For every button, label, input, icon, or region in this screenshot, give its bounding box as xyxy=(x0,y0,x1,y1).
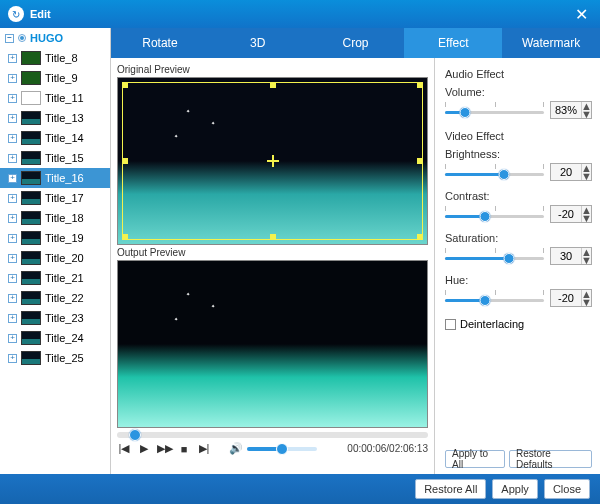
restore-defaults-button[interactable]: Restore Defaults xyxy=(509,450,592,468)
tree-item[interactable]: +Title_18 xyxy=(0,208,110,228)
bird-icon: ✦ xyxy=(211,303,215,309)
tree-item[interactable]: +Title_17 xyxy=(0,188,110,208)
volume-icon[interactable]: 🔊 xyxy=(229,442,243,455)
tab-rotate[interactable]: Rotate xyxy=(111,28,209,58)
apply-to-all-button[interactable]: Apply to All xyxy=(445,450,505,468)
spin-down-icon[interactable]: ▼ xyxy=(582,214,591,222)
bird-icon: ✦ xyxy=(174,133,178,139)
volume-thumb[interactable] xyxy=(276,443,288,455)
tree-item[interactable]: +Title_11 xyxy=(0,88,110,108)
expand-icon[interactable]: + xyxy=(8,154,17,163)
deinterlacing-checkbox[interactable]: Deinterlacing xyxy=(445,318,592,330)
tab-crop[interactable]: Crop xyxy=(307,28,405,58)
audio-effect-heading: Audio Effect xyxy=(445,68,592,80)
progress-bar[interactable] xyxy=(117,432,428,438)
crop-handle[interactable] xyxy=(417,158,423,164)
thumbnail-icon xyxy=(21,291,41,305)
volume-slider[interactable] xyxy=(247,447,317,451)
bird-icon: ✦ xyxy=(186,291,190,297)
close-icon[interactable]: ✕ xyxy=(571,5,592,24)
thumbnail-icon xyxy=(21,311,41,325)
saturation-slider[interactable] xyxy=(445,246,544,266)
expand-icon[interactable]: + xyxy=(8,94,17,103)
tab-3d[interactable]: 3D xyxy=(209,28,307,58)
expand-icon[interactable]: + xyxy=(8,214,17,223)
tree-item-label: Title_17 xyxy=(45,192,84,204)
thumbnail-icon xyxy=(21,151,41,165)
time-display: 00:00:06/02:06:13 xyxy=(347,443,428,454)
crop-handle[interactable] xyxy=(122,234,128,240)
close-button[interactable]: Close xyxy=(544,479,590,499)
crop-handle[interactable] xyxy=(417,82,423,88)
tree-root[interactable]: − HUGO xyxy=(0,28,110,48)
expand-icon[interactable]: + xyxy=(8,274,17,283)
tree-item[interactable]: +Title_19 xyxy=(0,228,110,248)
thumbnail-icon xyxy=(21,231,41,245)
crop-handle[interactable] xyxy=(270,82,276,88)
tree-item[interactable]: +Title_9 xyxy=(0,68,110,88)
expand-icon[interactable]: + xyxy=(8,174,17,183)
expand-icon[interactable]: + xyxy=(8,194,17,203)
tree-item-label: Title_19 xyxy=(45,232,84,244)
crop-center-icon[interactable] xyxy=(267,155,279,167)
thumbnail-icon xyxy=(21,331,41,345)
volume-effect-slider[interactable] xyxy=(445,100,544,120)
tree-item[interactable]: +Title_16 xyxy=(0,168,110,188)
spin-down-icon[interactable]: ▼ xyxy=(582,110,591,118)
restore-all-button[interactable]: Restore All xyxy=(415,479,486,499)
bird-icon: ✦ xyxy=(211,120,215,126)
saturation-spinner[interactable]: 30 ▲▼ xyxy=(550,247,592,265)
crop-handle[interactable] xyxy=(417,234,423,240)
brightness-spinner[interactable]: 20 ▲▼ xyxy=(550,163,592,181)
crop-handle[interactable] xyxy=(122,158,128,164)
thumbnail-icon xyxy=(21,71,41,85)
expand-icon[interactable]: + xyxy=(8,114,17,123)
tree-item[interactable]: +Title_14 xyxy=(0,128,110,148)
tab-watermark[interactable]: Watermark xyxy=(502,28,600,58)
tree-item[interactable]: +Title_24 xyxy=(0,328,110,348)
tree-item[interactable]: +Title_15 xyxy=(0,148,110,168)
collapse-icon[interactable]: − xyxy=(5,34,14,43)
tree-item[interactable]: +Title_22 xyxy=(0,288,110,308)
progress-thumb[interactable] xyxy=(129,429,141,441)
checkbox-icon[interactable] xyxy=(445,319,456,330)
fast-forward-button[interactable]: ▶▶ xyxy=(157,442,171,455)
tree-item-label: Title_23 xyxy=(45,312,84,324)
volume-spinner[interactable]: 83% ▲▼ xyxy=(550,101,592,119)
apply-button[interactable]: Apply xyxy=(492,479,538,499)
original-preview-label: Original Preview xyxy=(117,62,428,77)
tree-item[interactable]: +Title_23 xyxy=(0,308,110,328)
prev-frame-button[interactable]: |◀ xyxy=(117,442,131,455)
next-frame-button[interactable]: ▶| xyxy=(197,442,211,455)
play-button[interactable]: ▶ xyxy=(137,442,151,455)
expand-icon[interactable]: + xyxy=(8,354,17,363)
tree-item-label: Title_16 xyxy=(45,172,84,184)
expand-icon[interactable]: + xyxy=(8,314,17,323)
contrast-slider[interactable] xyxy=(445,204,544,224)
tab-effect[interactable]: Effect xyxy=(404,28,502,58)
spin-down-icon[interactable]: ▼ xyxy=(582,298,591,306)
output-preview: ✦ ✦ ✦ xyxy=(117,260,428,428)
contrast-spinner[interactable]: -20 ▲▼ xyxy=(550,205,592,223)
expand-icon[interactable]: + xyxy=(8,74,17,83)
expand-icon[interactable]: + xyxy=(8,134,17,143)
expand-icon[interactable]: + xyxy=(8,334,17,343)
original-preview[interactable]: ✦ ✦ ✦ xyxy=(117,77,428,245)
hue-slider[interactable] xyxy=(445,288,544,308)
crop-handle[interactable] xyxy=(270,234,276,240)
spin-down-icon[interactable]: ▼ xyxy=(582,256,591,264)
crop-handle[interactable] xyxy=(122,82,128,88)
expand-icon[interactable]: + xyxy=(8,294,17,303)
brightness-slider[interactable] xyxy=(445,162,544,182)
hue-spinner[interactable]: -20 ▲▼ xyxy=(550,289,592,307)
tree-item[interactable]: +Title_13 xyxy=(0,108,110,128)
expand-icon[interactable]: + xyxy=(8,254,17,263)
expand-icon[interactable]: + xyxy=(8,54,17,63)
tree-item[interactable]: +Title_8 xyxy=(0,48,110,68)
expand-icon[interactable]: + xyxy=(8,234,17,243)
tree-item[interactable]: +Title_21 xyxy=(0,268,110,288)
tree-item[interactable]: +Title_20 xyxy=(0,248,110,268)
tree-item[interactable]: +Title_25 xyxy=(0,348,110,368)
spin-down-icon[interactable]: ▼ xyxy=(582,172,591,180)
stop-button[interactable]: ■ xyxy=(177,443,191,455)
